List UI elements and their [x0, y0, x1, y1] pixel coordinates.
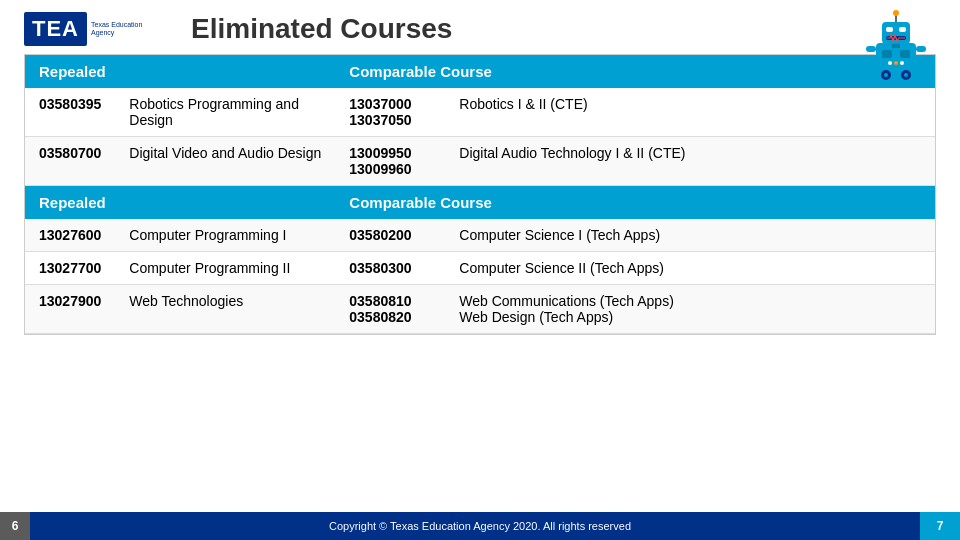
tea-logo-box: TEA [24, 12, 87, 46]
svg-rect-9 [900, 50, 910, 58]
name-cell: Computer Programming I [115, 219, 335, 252]
code-cell: 13027600 [25, 219, 115, 252]
table-row: 13027700 Computer Programming II 0358030… [25, 252, 935, 285]
table-row: 13027900 Web Technologies 03580810 03580… [25, 285, 935, 334]
robot-icon [856, 8, 936, 88]
logo-subtext: Texas Education Agency [91, 21, 161, 38]
svg-rect-5 [899, 27, 906, 32]
comp-name-cell: Web Communications (Tech Apps) Web Desig… [445, 285, 935, 334]
footer-page-left: 6 [0, 512, 30, 540]
name-cell: Digital Video and Audio Design [115, 137, 335, 186]
comp-name-cell: Computer Science I (Tech Apps) [445, 219, 935, 252]
comp-code-cell: 03580810 03580820 [335, 285, 445, 334]
svg-point-3 [893, 10, 899, 16]
comp-name-cell: Robotics I & II (CTE) [445, 88, 935, 137]
comp-code-cell: 03580200 [335, 219, 445, 252]
logo-area: TEA Texas Education Agency [24, 12, 161, 46]
name-cell: Web Technologies [115, 285, 335, 334]
svg-rect-7 [892, 44, 900, 48]
code-cell: 13027900 [25, 285, 115, 334]
comp-code-2: 13037050 [349, 112, 431, 128]
section2-header-row: Repealed Comparable Course [25, 186, 935, 220]
page-header: TEA Texas Education Agency Eliminated Co… [0, 0, 960, 54]
comp-code-cell: 03580300 [335, 252, 445, 285]
footer-copyright: Copyright © Texas Education Agency 2020.… [329, 520, 631, 532]
svg-rect-8 [882, 50, 892, 58]
eliminated-courses-table: Repealed Comparable Course 03580395 Robo… [24, 54, 936, 335]
comp-name-cell: Digital Audio Technology I & II (CTE) [445, 137, 935, 186]
svg-point-14 [884, 73, 888, 77]
section1-header-row: Repealed Comparable Course [25, 55, 935, 88]
page-footer: 6 Copyright © Texas Education Agency 202… [0, 512, 960, 540]
table-row: 03580395 Robotics Programming and Design… [25, 88, 935, 137]
comp-code-cell: 13009950 13009960 [335, 137, 445, 186]
svg-point-18 [900, 61, 904, 65]
svg-rect-11 [916, 46, 926, 52]
svg-point-15 [904, 73, 908, 77]
svg-rect-4 [886, 27, 893, 32]
section2-repealed-header: Repealed [25, 186, 335, 220]
comp-code-1: 13037000 [349, 96, 431, 112]
comp-code-1: 13009950 [349, 145, 431, 161]
name-cell: Computer Programming II [115, 252, 335, 285]
section2-comparable-header: Comparable Course [335, 186, 935, 220]
svg-rect-1 [882, 22, 910, 44]
name-cell: Robotics Programming and Design [115, 88, 335, 137]
comp-code-2: 13009960 [349, 161, 431, 177]
code-cell: 03580395 [25, 88, 115, 137]
svg-point-16 [894, 61, 898, 65]
table-row: 13027600 Computer Programming I 03580200… [25, 219, 935, 252]
svg-rect-10 [866, 46, 876, 52]
table-row: 03580700 Digital Video and Audio Design … [25, 137, 935, 186]
section1-repealed-header: Repealed [25, 55, 335, 88]
comp-code-1: 03580810 [349, 293, 431, 309]
comp-code-2: 03580820 [349, 309, 431, 325]
comp-code-cell: 13037000 13037050 [335, 88, 445, 137]
tea-logo-text: TEA [32, 16, 79, 42]
footer-page-right: 7 [920, 512, 960, 540]
svg-point-17 [888, 61, 892, 65]
page-title: Eliminated Courses [191, 13, 452, 45]
code-cell: 03580700 [25, 137, 115, 186]
comp-name-cell: Computer Science II (Tech Apps) [445, 252, 935, 285]
code-cell: 13027700 [25, 252, 115, 285]
section1-comparable-header: Comparable Course [335, 55, 935, 88]
